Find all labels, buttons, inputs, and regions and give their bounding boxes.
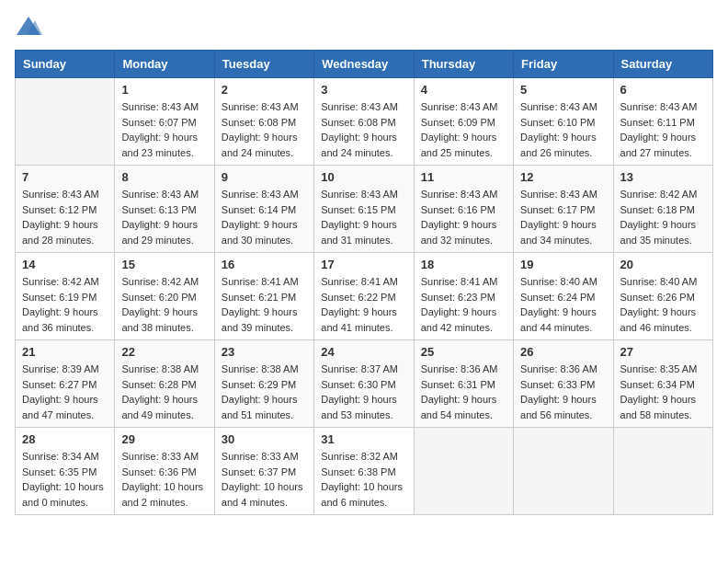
week-row-5: 28Sunrise: 8:34 AMSunset: 6:35 PMDayligh… xyxy=(16,428,713,515)
day-cell: 17Sunrise: 8:41 AMSunset: 6:22 PMDayligh… xyxy=(314,253,414,340)
day-cell: 27Sunrise: 8:35 AMSunset: 6:34 PMDayligh… xyxy=(613,340,712,428)
day-cell: 1Sunrise: 8:43 AMSunset: 6:07 PMDaylight… xyxy=(115,78,214,166)
day-cell: 19Sunrise: 8:40 AMSunset: 6:24 PMDayligh… xyxy=(514,253,613,340)
day-number: 17 xyxy=(321,258,406,271)
weekday-header-wednesday: Wednesday xyxy=(314,51,414,78)
day-number: 13 xyxy=(620,170,706,184)
day-cell: 28Sunrise: 8:34 AMSunset: 6:35 PMDayligh… xyxy=(16,428,115,515)
day-cell: 21Sunrise: 8:39 AMSunset: 6:27 PMDayligh… xyxy=(16,340,115,428)
day-info: Sunrise: 8:43 AMSunset: 6:12 PMDaylight:… xyxy=(22,187,108,247)
day-cell: 22Sunrise: 8:38 AMSunset: 6:28 PMDayligh… xyxy=(115,340,214,428)
day-number: 28 xyxy=(22,432,108,446)
day-info: Sunrise: 8:41 AMSunset: 6:22 PMDaylight:… xyxy=(321,274,406,335)
day-info: Sunrise: 8:43 AMSunset: 6:09 PMDaylight:… xyxy=(421,99,506,160)
day-cell: 5Sunrise: 8:43 AMSunset: 6:10 PMDaylight… xyxy=(514,78,613,166)
day-number: 20 xyxy=(620,258,706,271)
day-number: 3 xyxy=(321,83,406,97)
week-row-3: 14Sunrise: 8:42 AMSunset: 6:19 PMDayligh… xyxy=(16,253,713,340)
day-cell: 4Sunrise: 8:43 AMSunset: 6:09 PMDaylight… xyxy=(414,78,513,166)
day-cell: 12Sunrise: 8:43 AMSunset: 6:17 PMDayligh… xyxy=(514,166,613,253)
day-number: 2 xyxy=(222,83,307,97)
day-number: 21 xyxy=(22,345,108,359)
day-info: Sunrise: 8:43 AMSunset: 6:07 PMDaylight:… xyxy=(121,99,207,160)
day-cell: 13Sunrise: 8:42 AMSunset: 6:18 PMDayligh… xyxy=(613,166,712,253)
day-info: Sunrise: 8:43 AMSunset: 6:08 PMDaylight:… xyxy=(321,99,406,160)
day-info: Sunrise: 8:42 AMSunset: 6:20 PMDaylight:… xyxy=(121,274,207,335)
day-cell: 15Sunrise: 8:42 AMSunset: 6:20 PMDayligh… xyxy=(115,253,214,340)
week-row-4: 21Sunrise: 8:39 AMSunset: 6:27 PMDayligh… xyxy=(16,340,713,428)
weekday-header-sunday: Sunday xyxy=(16,51,115,78)
day-cell: 25Sunrise: 8:36 AMSunset: 6:31 PMDayligh… xyxy=(414,340,513,428)
day-cell: 14Sunrise: 8:42 AMSunset: 6:19 PMDayligh… xyxy=(16,253,115,340)
day-info: Sunrise: 8:33 AMSunset: 6:37 PMDaylight:… xyxy=(222,449,307,510)
day-cell xyxy=(16,78,115,166)
day-info: Sunrise: 8:43 AMSunset: 6:13 PMDaylight:… xyxy=(121,187,207,247)
day-number: 31 xyxy=(321,432,406,446)
day-cell: 30Sunrise: 8:33 AMSunset: 6:37 PMDayligh… xyxy=(214,428,313,515)
day-info: Sunrise: 8:43 AMSunset: 6:16 PMDaylight:… xyxy=(421,187,506,247)
day-cell: 11Sunrise: 8:43 AMSunset: 6:16 PMDayligh… xyxy=(414,166,513,253)
day-number: 7 xyxy=(22,170,108,184)
day-info: Sunrise: 8:33 AMSunset: 6:36 PMDaylight:… xyxy=(121,449,207,510)
day-cell: 29Sunrise: 8:33 AMSunset: 6:36 PMDayligh… xyxy=(115,428,214,515)
day-info: Sunrise: 8:43 AMSunset: 6:11 PMDaylight:… xyxy=(620,99,706,160)
day-number: 16 xyxy=(222,258,307,271)
day-info: Sunrise: 8:32 AMSunset: 6:38 PMDaylight:… xyxy=(321,449,406,510)
header xyxy=(15,15,713,40)
day-cell: 20Sunrise: 8:40 AMSunset: 6:26 PMDayligh… xyxy=(613,253,712,340)
day-cell xyxy=(613,428,712,515)
day-number: 25 xyxy=(421,345,506,359)
day-number: 6 xyxy=(620,83,706,97)
day-cell xyxy=(514,428,613,515)
day-number: 10 xyxy=(321,170,406,184)
day-number: 30 xyxy=(222,432,307,446)
day-number: 29 xyxy=(121,432,207,446)
day-info: Sunrise: 8:40 AMSunset: 6:26 PMDaylight:… xyxy=(620,274,706,335)
day-info: Sunrise: 8:43 AMSunset: 6:14 PMDaylight:… xyxy=(222,187,307,247)
day-number: 24 xyxy=(321,345,406,359)
day-info: Sunrise: 8:41 AMSunset: 6:23 PMDaylight:… xyxy=(421,274,506,335)
day-cell: 8Sunrise: 8:43 AMSunset: 6:13 PMDaylight… xyxy=(115,166,214,253)
day-number: 18 xyxy=(421,258,506,271)
day-cell xyxy=(414,428,513,515)
week-row-1: 1Sunrise: 8:43 AMSunset: 6:07 PMDaylight… xyxy=(16,78,713,166)
day-info: Sunrise: 8:35 AMSunset: 6:34 PMDaylight:… xyxy=(620,362,706,422)
day-info: Sunrise: 8:41 AMSunset: 6:21 PMDaylight:… xyxy=(222,274,307,335)
day-info: Sunrise: 8:38 AMSunset: 6:29 PMDaylight:… xyxy=(222,362,307,422)
day-number: 15 xyxy=(121,258,207,271)
day-number: 12 xyxy=(520,170,606,184)
day-info: Sunrise: 8:43 AMSunset: 6:08 PMDaylight:… xyxy=(222,99,307,160)
day-number: 8 xyxy=(121,170,207,184)
day-info: Sunrise: 8:34 AMSunset: 6:35 PMDaylight:… xyxy=(22,449,108,510)
day-info: Sunrise: 8:42 AMSunset: 6:18 PMDaylight:… xyxy=(620,187,706,247)
day-cell: 9Sunrise: 8:43 AMSunset: 6:14 PMDaylight… xyxy=(214,166,313,253)
day-number: 4 xyxy=(421,83,506,97)
day-info: Sunrise: 8:36 AMSunset: 6:33 PMDaylight:… xyxy=(520,362,606,422)
day-info: Sunrise: 8:43 AMSunset: 6:15 PMDaylight:… xyxy=(321,187,406,247)
day-info: Sunrise: 8:36 AMSunset: 6:31 PMDaylight:… xyxy=(421,362,506,422)
weekday-header-saturday: Saturday xyxy=(613,51,712,78)
weekday-header-thursday: Thursday xyxy=(414,51,513,78)
day-cell: 18Sunrise: 8:41 AMSunset: 6:23 PMDayligh… xyxy=(414,253,513,340)
day-cell: 3Sunrise: 8:43 AMSunset: 6:08 PMDaylight… xyxy=(314,78,414,166)
day-info: Sunrise: 8:39 AMSunset: 6:27 PMDaylight:… xyxy=(22,362,108,422)
day-info: Sunrise: 8:38 AMSunset: 6:28 PMDaylight:… xyxy=(121,362,207,422)
day-number: 27 xyxy=(620,345,706,359)
weekday-header-monday: Monday xyxy=(115,51,214,78)
weekday-header-row: SundayMondayTuesdayWednesdayThursdayFrid… xyxy=(16,51,713,78)
day-number: 26 xyxy=(520,345,606,359)
day-cell: 6Sunrise: 8:43 AMSunset: 6:11 PMDaylight… xyxy=(613,78,712,166)
calendar-table: SundayMondayTuesdayWednesdayThursdayFrid… xyxy=(15,50,713,515)
day-number: 22 xyxy=(121,345,207,359)
day-cell: 24Sunrise: 8:37 AMSunset: 6:30 PMDayligh… xyxy=(314,340,414,428)
day-number: 9 xyxy=(222,170,307,184)
day-number: 11 xyxy=(421,170,506,184)
week-row-2: 7Sunrise: 8:43 AMSunset: 6:12 PMDaylight… xyxy=(16,166,713,253)
weekday-header-tuesday: Tuesday xyxy=(214,51,313,78)
day-number: 14 xyxy=(22,258,108,271)
day-cell: 31Sunrise: 8:32 AMSunset: 6:38 PMDayligh… xyxy=(314,428,414,515)
day-cell: 7Sunrise: 8:43 AMSunset: 6:12 PMDaylight… xyxy=(16,166,115,253)
day-cell: 2Sunrise: 8:43 AMSunset: 6:08 PMDaylight… xyxy=(214,78,313,166)
day-number: 1 xyxy=(121,83,207,97)
day-info: Sunrise: 8:40 AMSunset: 6:24 PMDaylight:… xyxy=(520,274,606,335)
